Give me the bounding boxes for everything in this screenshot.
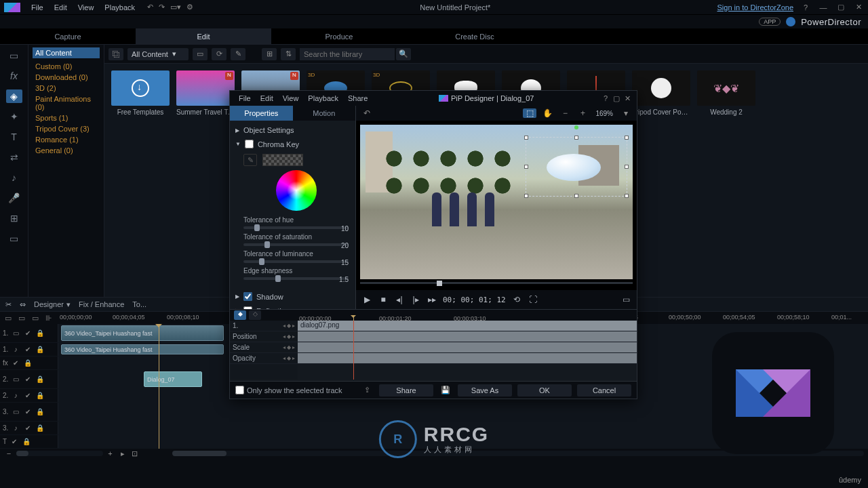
zoom-in-icon[interactable]: + xyxy=(576,108,589,118)
pip-maximize-icon[interactable]: ▢ xyxy=(611,94,622,103)
track-toggle-icon[interactable]: ▭ xyxy=(11,375,20,383)
share-button[interactable]: Share xyxy=(379,384,433,396)
title-room-icon[interactable]: T xyxy=(6,130,22,144)
zoom-out-icon[interactable]: − xyxy=(558,108,572,118)
fullscreen-icon[interactable]: ⛶ xyxy=(528,295,538,304)
category-tripod-cover[interactable]: Tripod Cover (3) xyxy=(33,123,100,134)
track-toggle-icon[interactable]: 🔒 xyxy=(35,346,45,353)
track-toggle-icon[interactable]: ✔ xyxy=(23,375,33,383)
pip-menu-playback[interactable]: Playback xyxy=(303,94,343,102)
category-downloaded[interactable]: Downloaded (0) xyxy=(33,72,100,83)
tl-zoom-fit-icon[interactable]: ⊡ xyxy=(130,449,140,458)
help-icon[interactable]: ? xyxy=(800,3,811,12)
loop-icon[interactable]: ⟲ xyxy=(511,295,522,304)
app-pill[interactable]: APP xyxy=(759,18,781,26)
timeline-playhead[interactable] xyxy=(159,324,159,449)
mode-produce[interactable]: Produce xyxy=(271,28,407,44)
track-toggle-icon[interactable]: ✔ xyxy=(23,424,33,432)
category-custom[interactable]: Custom (0) xyxy=(33,61,100,72)
section-object-settings[interactable]: ▶Object Settings xyxy=(235,123,350,137)
kf-track-header[interactable]: 1.◂ ◆ ▸ xyxy=(230,321,298,331)
signin-link[interactable]: Sign in to DirectorZone xyxy=(717,3,794,12)
kf-row-scale[interactable]: Scale◂ ◆ ▸ xyxy=(230,342,298,353)
track-header[interactable]: 2.♪✔🔒 xyxy=(0,389,58,402)
select-tool-icon[interactable]: ⬚ xyxy=(523,108,536,118)
category-general[interactable]: General (0) xyxy=(33,145,100,156)
track-header[interactable]: 1.♪✔🔒 xyxy=(0,343,58,356)
zoom-dropdown-icon[interactable]: ▾ xyxy=(619,108,633,118)
zoom-value[interactable]: 169% xyxy=(593,110,615,117)
pip-object[interactable] xyxy=(547,154,601,181)
tl-tool-icon[interactable]: ⇔ xyxy=(20,300,26,309)
track-header[interactable]: 3.♪✔🔒 xyxy=(0,422,58,434)
track-toggle-icon[interactable]: ✔ xyxy=(23,392,33,399)
track-toggle-icon[interactable]: 🔒 xyxy=(35,408,45,415)
fx-room-icon[interactable]: fx xyxy=(6,69,22,83)
undo-icon[interactable]: ↶ xyxy=(360,108,374,118)
pip-canvas[interactable] xyxy=(356,121,637,290)
category-romance[interactable]: Romance (1) xyxy=(33,134,100,145)
color-wheel[interactable] xyxy=(276,170,317,211)
tl-view-1-icon[interactable]: ▭ xyxy=(3,314,14,323)
kf-position-track[interactable] xyxy=(298,331,637,342)
rotate-handle-icon[interactable] xyxy=(574,125,578,129)
tl-zoom-fit-fwd-icon[interactable]: ▸ xyxy=(118,449,127,458)
lib-tool-2-icon[interactable]: ⟳ xyxy=(212,48,226,60)
track-header[interactable]: 2.▭✔🔒 xyxy=(0,370,58,388)
maximize-icon[interactable]: ▢ xyxy=(835,3,846,12)
add-keyframe-icon[interactable]: ◆ xyxy=(234,310,246,320)
pip-help-icon[interactable]: ? xyxy=(600,94,611,102)
track-toggle-icon[interactable]: 🔒 xyxy=(35,375,45,383)
designer-dropdown[interactable]: Designer ▾ xyxy=(34,300,71,309)
minimize-icon[interactable]: — xyxy=(818,3,829,12)
transition-room-icon[interactable]: ⇄ xyxy=(6,150,22,164)
cancel-button[interactable]: Cancel xyxy=(577,384,631,396)
chroma-swatch[interactable] xyxy=(262,154,303,166)
sort-icon[interactable]: ⇅ xyxy=(281,48,296,60)
tl-zoom-out-icon[interactable]: − xyxy=(4,449,14,458)
track-toggle-icon[interactable]: 🔒 xyxy=(22,438,31,445)
track-toggle-icon[interactable]: ✔ xyxy=(11,359,20,367)
save-as-button[interactable]: Save As xyxy=(458,384,512,396)
play-icon[interactable]: ▶ xyxy=(361,295,372,304)
track-toggle-icon[interactable]: 🔒 xyxy=(35,424,45,432)
canvas-scrubber[interactable] xyxy=(360,282,633,287)
media-room-icon[interactable]: ▭ xyxy=(6,49,22,62)
settings-icon[interactable]: ⚙ xyxy=(186,3,193,12)
tl-view-2-icon[interactable]: ▭ xyxy=(16,314,27,323)
pip-room-icon[interactable]: ◈ xyxy=(6,89,22,103)
voice-room-icon[interactable]: 🎤 xyxy=(6,191,22,205)
kf-row-opacity[interactable]: Opacity◂ ◆ ▸ xyxy=(230,353,298,364)
pip-tab-motion[interactable]: Motion xyxy=(293,106,356,121)
next-frame-icon[interactable]: |▸ xyxy=(410,295,421,304)
slider-tolerance-of-saturation[interactable]: Tolerance of saturation20 xyxy=(243,233,349,246)
track-header[interactable]: T✔🔒 xyxy=(0,435,58,448)
particle-room-icon[interactable]: ✦ xyxy=(6,110,22,123)
share-upload-icon[interactable]: ⇪ xyxy=(360,386,374,394)
eyedropper-icon[interactable]: ✎ xyxy=(243,154,257,166)
timeline-clip[interactable]: 360 Video_Taipei Huashang fast xyxy=(61,325,224,341)
selection-box[interactable] xyxy=(526,137,627,197)
menu-file[interactable]: File xyxy=(26,3,49,12)
import-icon[interactable]: ⿻ xyxy=(108,48,123,60)
tl-zoom-in-icon[interactable]: + xyxy=(106,449,115,458)
category-paint-animations[interactable]: Paint Animations (0) xyxy=(33,94,100,113)
undo-icon[interactable]: ↶ xyxy=(147,3,153,12)
lib-tool-3-icon[interactable]: ✎ xyxy=(231,48,245,60)
menu-playback[interactable]: Playback xyxy=(99,3,140,12)
pip-title-bar[interactable]: File Edit View Playback Share PiP Design… xyxy=(230,91,637,106)
tools-dropdown[interactable]: To... xyxy=(132,300,146,308)
kf-clip-track[interactable]: dialog07.png xyxy=(298,321,637,331)
pip-tab-properties[interactable]: Properties xyxy=(230,106,293,121)
track-toggle-icon[interactable]: ♪ xyxy=(11,424,20,432)
track-toggle-icon[interactable]: ✔ xyxy=(23,329,33,337)
audio-room-icon[interactable]: ♪ xyxy=(6,171,22,184)
menu-view[interactable]: View xyxy=(73,3,100,12)
section-shadow[interactable]: ▶Shadow xyxy=(235,289,350,304)
thumb-summer-travel[interactable]: N Summer Travel Tem... xyxy=(176,70,235,116)
thumb-tripod-cover[interactable]: Tripod Cover Power... xyxy=(632,70,690,116)
hand-tool-icon[interactable]: ✋ xyxy=(540,108,554,118)
timeline-clip[interactable]: Dialog_07 xyxy=(144,371,202,387)
menu-edit[interactable]: Edit xyxy=(49,3,73,12)
close-icon[interactable]: ✕ xyxy=(853,3,864,12)
